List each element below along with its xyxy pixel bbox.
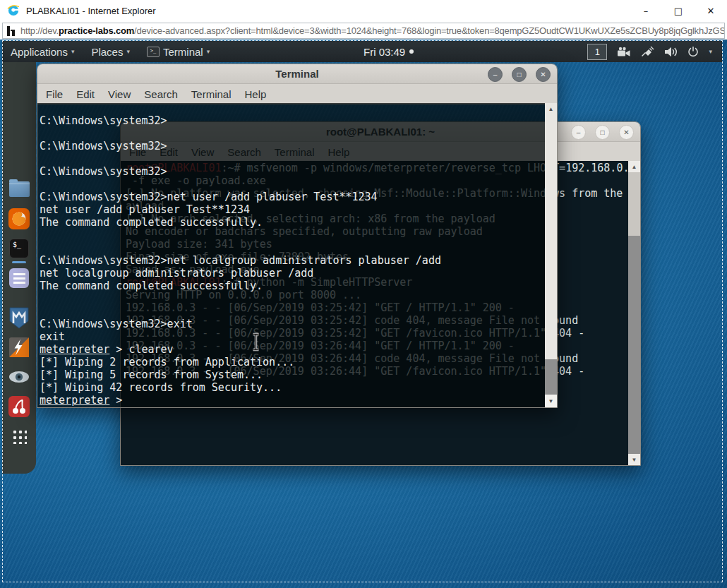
- applications-menu[interactable]: Applications ▾: [2, 41, 83, 62]
- terminal-line: C:\Windows\system32>: [40, 114, 545, 127]
- dock: $_: [2, 61, 36, 474]
- scrollbar[interactable]: ▲ ▼: [545, 103, 557, 407]
- terminal-line: [*] Wiping 5 records from System...: [40, 368, 545, 381]
- menu-terminal[interactable]: Terminal: [189, 87, 234, 102]
- places-menu[interactable]: Places ▾: [83, 41, 138, 62]
- terminal-line: The command completed successfully.: [40, 280, 545, 292]
- notification-dot-icon: [409, 49, 414, 54]
- terminal-line: C:\Windows\system32>net user /add plabus…: [40, 191, 545, 203]
- eye-icon: [8, 370, 30, 384]
- terminal-line: net user /add plabuser Test**1234: [40, 203, 545, 216]
- scrollbar[interactable]: ▲ ▼: [628, 161, 640, 465]
- applications-menu-label: Applications: [11, 46, 68, 58]
- ie-window-title: PLABKALI01 - Internet Explorer: [26, 6, 156, 16]
- dock-item-burpsuite[interactable]: [7, 336, 31, 359]
- gnome-top-bar: Applications ▾ Places ▾ >_ Terminal ▾ Fr…: [2, 41, 722, 62]
- dock-item-cherrytree[interactable]: [7, 395, 31, 418]
- internet-explorer-icon: [6, 4, 20, 18]
- terminal-output[interactable]: C:\Windows\system32> C:\Windows\system32…: [37, 103, 545, 407]
- minimize-button[interactable]: –: [488, 67, 503, 82]
- terminal-line: C:\Windows\system32>: [40, 140, 545, 152]
- dock-item-show-applications[interactable]: [7, 425, 31, 448]
- menu-search[interactable]: Search: [142, 87, 180, 102]
- burpsuite-icon: [9, 337, 29, 357]
- chevron-down-icon: ▾: [207, 48, 210, 55]
- cherrytree-icon: [8, 396, 30, 417]
- dock-item-terminal[interactable]: $_: [7, 237, 31, 260]
- menu-edit[interactable]: Edit: [74, 87, 97, 102]
- menu-view[interactable]: View: [106, 87, 133, 102]
- chevron-down-icon: ▾: [126, 48, 130, 55]
- terminal-line: [40, 241, 545, 254]
- close-button[interactable]: ✕: [619, 125, 634, 140]
- scroll-down-icon[interactable]: ▼: [628, 454, 640, 465]
- scrollbar-thumb[interactable]: [545, 359, 557, 395]
- terminal-line: The command completed successfully.: [40, 216, 545, 229]
- syringe-icon[interactable]: [641, 46, 654, 57]
- camera-icon[interactable]: [617, 47, 631, 57]
- kali-desktop[interactable]: Applications ▾ Places ▾ >_ Terminal ▾ Fr…: [0, 40, 727, 588]
- maximize-button[interactable]: □: [512, 67, 527, 82]
- running-indicator: [12, 261, 26, 263]
- metasploit-shield-icon: [9, 307, 29, 329]
- chevron-down-icon[interactable]: ▾: [709, 48, 712, 55]
- terminal-line: [*] Wiping 2 records from Application...: [40, 356, 545, 368]
- volume-icon[interactable]: [664, 47, 678, 57]
- terminal-line: meterpreter > clearev: [40, 343, 545, 356]
- show-applications-icon: [11, 428, 27, 444]
- terminal-line: C:\Windows\system32>net localgroup admin…: [40, 254, 545, 267]
- dock-item-files[interactable]: [7, 178, 31, 200]
- terminal-menu-label: Terminal: [163, 46, 203, 58]
- folder-icon: [9, 181, 30, 197]
- terminal-line: [*] Wiping 42 records from Security...: [40, 381, 545, 394]
- terminal-icon: $_: [9, 239, 29, 258]
- clock-label: Fri 03:49: [364, 46, 405, 58]
- scroll-up-icon[interactable]: ▲: [545, 104, 557, 113]
- minimize-button[interactable]: –: [571, 125, 586, 140]
- dock-item-metasploit[interactable]: [7, 306, 31, 329]
- close-button[interactable]: ✕: [536, 67, 551, 82]
- clock[interactable]: Fri 03:49: [364, 41, 414, 62]
- terminal-window-foreground[interactable]: Terminal – □ ✕ FileEditViewSearchTermina…: [37, 64, 558, 408]
- terminal-line: C:\Windows\system32>: [40, 165, 545, 178]
- terminal-line: C:\Windows\system32>exit: [40, 318, 545, 330]
- site-favicon-icon: [6, 26, 16, 36]
- scrollbar-thumb[interactable]: [628, 172, 640, 236]
- places-menu-label: Places: [91, 46, 123, 58]
- ie-maximize-button[interactable]: □: [662, 0, 695, 21]
- text-editor-icon: [9, 268, 29, 288]
- terminal-line: meterpreter >: [40, 394, 545, 407]
- terminal-line: [40, 178, 545, 191]
- ie-url-bar: http://dev.practice-labs.com/device-adva…: [0, 21, 727, 40]
- dock-item-eye-tool[interactable]: [7, 366, 31, 388]
- ie-titlebar: PLABKALI01 - Internet Explorer – □ ✕: [0, 0, 727, 21]
- terminal-line: [40, 229, 545, 241]
- chevron-down-icon: ▾: [71, 48, 75, 55]
- dock-item-firefox[interactable]: [7, 208, 31, 230]
- menubar: FileEditViewSearchTerminalHelp: [37, 84, 557, 104]
- url-input[interactable]: http://dev.practice-labs.com/device-adva…: [2, 23, 725, 39]
- terminal-line: exit: [40, 330, 545, 343]
- window-title: Terminal: [275, 68, 318, 80]
- workspace-indicator[interactable]: 1: [587, 44, 607, 60]
- dock-item-text-editor[interactable]: [7, 267, 31, 289]
- scroll-up-icon[interactable]: ▲: [628, 161, 640, 172]
- terminal-line: [40, 152, 545, 165]
- menu-help[interactable]: Help: [243, 87, 269, 102]
- firefox-icon: [8, 208, 30, 229]
- scroll-down-icon[interactable]: ▼: [545, 395, 557, 407]
- menu-file[interactable]: File: [44, 87, 65, 102]
- terminal-app-menu[interactable]: >_ Terminal ▾: [138, 41, 218, 62]
- terminal-icon: >_: [147, 47, 160, 57]
- window-titlebar[interactable]: Terminal – □ ✕: [37, 64, 557, 84]
- maximize-button[interactable]: □: [595, 125, 610, 140]
- terminal-line: [40, 127, 545, 140]
- power-icon[interactable]: [687, 46, 699, 57]
- ie-close-button[interactable]: ✕: [695, 0, 727, 21]
- url-text: http://dev.practice-labs.com/device-adva…: [20, 25, 725, 36]
- terminal-line: net localgroup administrators plabuser /…: [40, 267, 545, 280]
- terminal-line: [40, 305, 545, 318]
- terminal-line: [40, 292, 545, 305]
- ibeam-cursor: [251, 332, 261, 352]
- ie-minimize-button[interactable]: –: [630, 0, 662, 21]
